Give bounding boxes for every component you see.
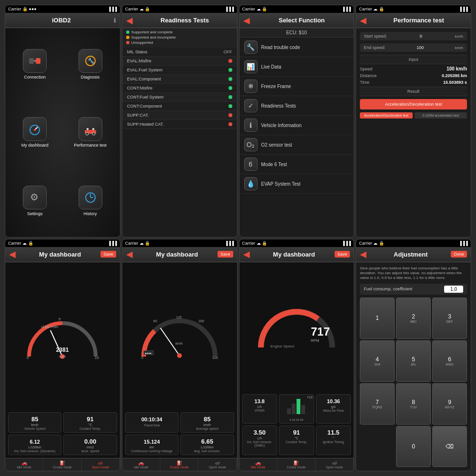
eval-comp-label: EVAL:Component [127, 77, 161, 81]
back-button-2[interactable]: ◀ [126, 15, 133, 26]
key-6[interactable]: 6 MNO [432, 340, 467, 382]
end-speed-value[interactable]: 100 [416, 45, 424, 50]
start-speed-value[interactable]: 0 [420, 34, 422, 39]
tab-sport-2[interactable]: 🏎 Sport mode [198, 458, 237, 471]
function-row-readiness[interactable]: ✓ Readiness Tests [239, 96, 354, 116]
function-row-vehicle[interactable]: ℹ Vehicle Information [239, 116, 354, 135]
dashboard-icon [23, 117, 47, 141]
status-bar-7: Carrier ☁ 🔒 ▐▐▐ [239, 239, 354, 247]
legend-complete-text: Supported and complete [131, 30, 173, 34]
readiness-legend: Supported and complete Supported and inc… [122, 28, 237, 48]
readiness-icon: ✓ [244, 99, 258, 112]
tab-cruise-3[interactable]: ⛽ Cruise mode [278, 458, 316, 471]
dashboard2-content: 0 60 120 200 320 km/h ●●●● 00:10:34 Trav… [122, 262, 237, 458]
carrier-6: Carrier ☁ 🔒 [125, 241, 150, 246]
legend-incomplete: Supported and incomplete [126, 35, 233, 40]
key-1[interactable]: 1 [360, 298, 395, 339]
fuel1-value: 6.12 [30, 439, 40, 445]
tab-sport-1[interactable]: 🏎 Sport mode [82, 458, 120, 471]
back-button-6[interactable]: ◀ [126, 249, 133, 259]
history-icon-cell[interactable]: History [64, 169, 116, 233]
save-btn-3[interactable]: Save [335, 251, 350, 258]
mass-cell: 10.36 g/s Mass Air Flow [316, 394, 351, 424]
save-btn-2[interactable]: Save [218, 251, 233, 258]
svg-rect-41 [301, 405, 305, 414]
svg-text:0: 0 [141, 356, 143, 359]
svg-text:60: 60 [153, 319, 157, 323]
svg-point-32 [177, 353, 182, 358]
adj-input-field[interactable]: 1.0 [444, 286, 463, 293]
fuel2-unit: L/100km [183, 446, 231, 449]
cont-misfire-dot [228, 86, 232, 90]
accel-test-button[interactable]: Acceleration/Deceleration test [360, 99, 467, 109]
back-button-8[interactable]: ◀ [360, 249, 367, 259]
tab-accel[interactable]: Acceleration/Deceleration test [360, 112, 412, 119]
vehicle-speed-value: 85 [31, 416, 38, 423]
key-9[interactable]: 9 WXYZ [432, 383, 467, 425]
tab-idle-1[interactable]: 🚗 Idle mode [5, 458, 43, 471]
key-backspace[interactable]: ⌫ [432, 426, 467, 467]
distance-unit: km [128, 446, 176, 449]
key-2[interactable]: 2 ABC [396, 298, 431, 339]
function-row-evap[interactable]: 💧 EVAP System Test [239, 174, 354, 194]
done-btn[interactable]: Done [451, 251, 467, 258]
key-3[interactable]: 3 DEF [432, 298, 467, 339]
tab-cruise-2[interactable]: ⛽ Cruise mode [160, 458, 198, 471]
tab-sport-3[interactable]: 🏎 Sport mode [316, 458, 354, 471]
settings-icon-cell[interactable]: ⚙ Settings [9, 169, 60, 233]
legend-unsupported-text: Unsupported [131, 40, 153, 45]
bottom-tabs-1: 🚗 Idle mode ⛽ Cruise mode 🏎 Sport mode [5, 458, 120, 471]
tab-idle-2[interactable]: 🚗 Idle mode [122, 458, 160, 471]
tab-cruise-1[interactable]: ⛽ Cruise mode [43, 458, 81, 471]
dash2-stats: 00:10:34 Travel time 85 km/h Average spe… [125, 412, 234, 455]
engine-gauge-svg: 717 RPM Engine Speed [256, 305, 337, 352]
save-btn-1[interactable]: Save [100, 251, 116, 258]
travel-time-label: Travel time [128, 424, 176, 427]
function-row-trouble[interactable]: 🔧 Read trouble code [239, 38, 354, 57]
avg-speed-unit: km/h [183, 423, 231, 426]
trouble-label: Read trouble code [261, 45, 300, 50]
back-button-7[interactable]: ◀ [243, 249, 250, 259]
cont-misfire-label: CONT:Misfire [127, 86, 153, 90]
back-button-5[interactable]: ◀ [9, 249, 16, 259]
carrier-status: Carrier 🔒 ●●● [8, 7, 37, 11]
function-row-freeze[interactable]: ❄ Freeze Frame [239, 77, 354, 96]
function-row-mode6[interactable]: 6 Mode 6 Test [239, 155, 354, 174]
key-4[interactable]: 4 GHI [360, 340, 395, 382]
time-result-label: Time [360, 80, 369, 85]
cruise-icon-1: ⛽ [44, 460, 80, 466]
key-7[interactable]: 7 PQRS [360, 383, 395, 425]
svg-rect-38 [287, 408, 291, 414]
function-row-o2[interactable]: O₂ O2 sensor test [239, 135, 354, 155]
fuel3-value: 3.50 [254, 429, 266, 436]
back-button-3[interactable]: ◀ [243, 15, 250, 26]
idle-icon-1: 🚗 [6, 460, 42, 466]
nav-bar-8: ◀ Adjustment Done [356, 247, 471, 262]
eval-misfire-dot [228, 59, 232, 63]
tab-100m[interactable]: 0-100M acceleration test [415, 112, 467, 119]
diagnosis-icon-cell[interactable]: 🔧 Diagnosis [64, 32, 116, 97]
eval-fuel-label: EVAL:Fuel System [127, 68, 163, 72]
key-3-sub: DEF [446, 320, 453, 323]
legend-green-dot [126, 30, 129, 34]
key-0[interactable]: 0 [396, 426, 431, 467]
accel-cell: 0.00 m/s2 acce. speed [63, 435, 117, 455]
evap-icon: 💧 [244, 177, 258, 190]
distance-result-value: 0.205395 km [442, 73, 467, 78]
connection-icon-cell[interactable]: Connection [9, 32, 60, 97]
trouble-icon: 🔧 [244, 40, 258, 54]
function-row-live[interactable]: 📊 Live Data [239, 57, 354, 77]
backspace-icon: ⌫ [446, 443, 454, 450]
carrier-2: Carrier ☁ 🔒 [125, 7, 150, 11]
key-3-digit: 3 [448, 313, 451, 320]
key-8[interactable]: 8 TUV [396, 383, 431, 425]
dashboard-icon-cell[interactable]: My dashboard [9, 100, 60, 165]
o2-label: O2 sensor test [261, 142, 292, 148]
tab-idle-3[interactable]: 🚗 Idle mode [239, 458, 278, 471]
ignition-label: Ignition Timing [318, 440, 349, 444]
screen-adjustment: Carrier ☁ 🔒 ▐▐▐ ◀ Adjustment Done Give p… [356, 239, 471, 472]
info-button[interactable]: ℹ [114, 17, 116, 24]
performance-icon-cell[interactable]: Performance test [64, 100, 116, 165]
key-5[interactable]: 5 JKL [396, 340, 431, 382]
back-button-4[interactable]: ◀ [360, 15, 367, 26]
